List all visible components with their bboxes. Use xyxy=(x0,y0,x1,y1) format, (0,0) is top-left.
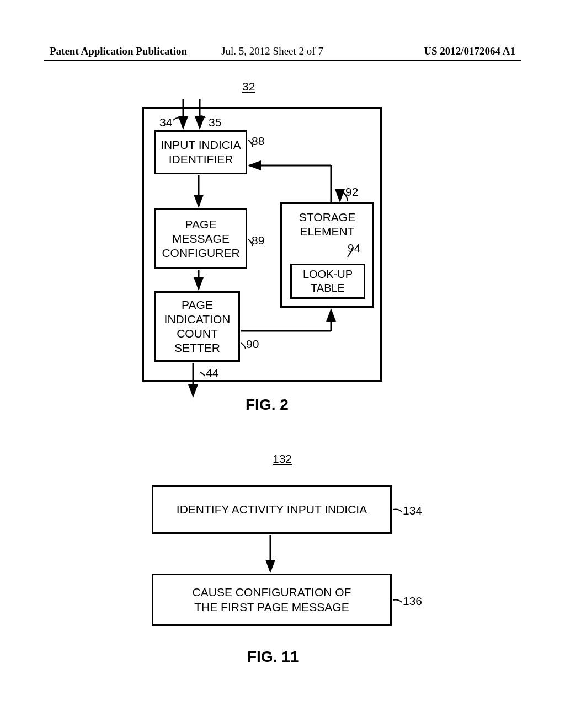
ref-89: 89 xyxy=(252,234,264,247)
ref-92: 92 xyxy=(345,185,358,199)
ref-94: 94 xyxy=(348,242,360,255)
box-identify-activity: IDENTIFY ACTIVITY INPUT INDICIA xyxy=(152,485,392,534)
box-lookup-table: LOOK-UP TABLE xyxy=(290,264,365,299)
diagram-area: 32 INPUT INDICIA IDENTIFIER 88 PAGE MESS… xyxy=(0,0,565,728)
ref-132: 132 xyxy=(273,452,292,465)
ref-44: 44 xyxy=(206,366,218,379)
ref-90: 90 xyxy=(246,338,259,351)
box-page-message-configurer: PAGE MESSAGE CONFIGURER xyxy=(154,208,247,269)
box-page-indication-count-setter: PAGE INDICATION COUNT SETTER xyxy=(154,291,240,362)
fig11-caption: FIG. 11 xyxy=(247,648,299,666)
ref-34: 34 xyxy=(159,116,172,129)
box-cause-configuration: CAUSE CONFIGURATION OF THE FIRST PAGE ME… xyxy=(152,574,392,626)
ref-134: 134 xyxy=(403,504,422,517)
storage-element-label: STORAGE ELEMENT xyxy=(299,210,355,239)
box-input-indicia-identifier: INPUT INDICIA IDENTIFIER xyxy=(154,130,247,174)
fig2-caption: FIG. 2 xyxy=(246,396,289,414)
ref-35: 35 xyxy=(209,116,221,129)
ref-32: 32 xyxy=(242,80,255,93)
ref-88: 88 xyxy=(252,135,264,148)
ref-136: 136 xyxy=(403,595,422,608)
